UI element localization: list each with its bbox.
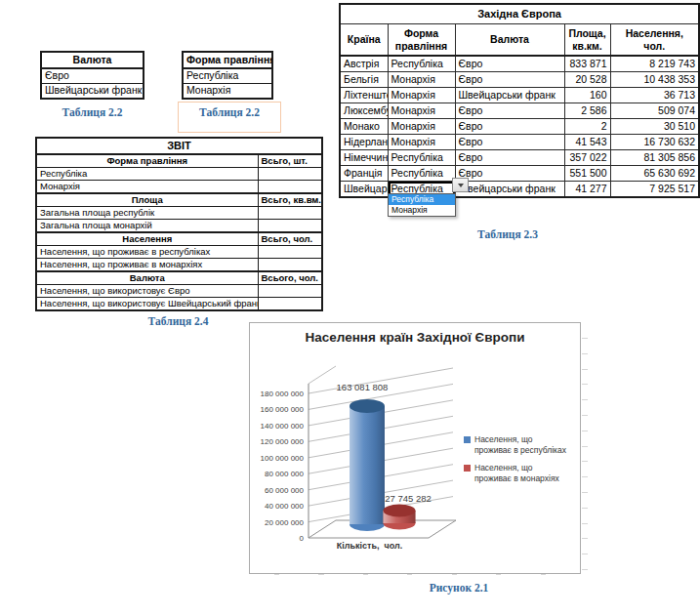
country-cell[interactable]: Австрія <box>340 56 388 72</box>
report-value-cell[interactable] <box>258 181 322 194</box>
country-cell[interactable]: Ліхтенштейн <box>340 88 388 103</box>
currency-table-header[interactable]: Валюта <box>41 52 144 68</box>
currency-cell[interactable]: Євро <box>455 166 564 182</box>
column-header-country[interactable]: Країна <box>340 24 388 57</box>
area-cell[interactable]: 2 586 <box>564 103 610 119</box>
government-cell[interactable]: Монархія <box>388 135 455 150</box>
y-tick-label: 140 000 000 <box>261 422 305 431</box>
government-cell[interactable]: Республіка <box>388 56 455 72</box>
report-title[interactable]: ЗВІТ <box>36 138 322 154</box>
gov-cell[interactable]: Республіка <box>183 68 272 84</box>
country-cell[interactable]: Франція <box>340 166 388 182</box>
dropdown-list: Республіка Монархія <box>388 193 456 217</box>
area-cell[interactable]: 41 543 <box>564 135 610 150</box>
area-cell[interactable]: 551 500 <box>564 166 610 182</box>
dropdown-option[interactable]: Республіка <box>389 194 455 205</box>
country-cell[interactable]: Нідерланди <box>340 135 388 150</box>
report-value-cell[interactable] <box>258 246 322 259</box>
currency-cell[interactable]: Євро <box>455 150 564 166</box>
area-cell[interactable]: 2 <box>564 119 610 135</box>
government-cell[interactable]: Республіка <box>388 150 455 166</box>
dropdown-button[interactable] <box>452 178 469 192</box>
gov-table-header[interactable]: Форма правління <box>183 52 272 68</box>
government-cell[interactable]: Монархія <box>388 103 455 119</box>
europe-table-title[interactable]: Західна Європа <box>340 4 699 24</box>
country-cell[interactable]: Швейцарія <box>340 182 388 198</box>
population-cell[interactable]: 7 925 517 <box>610 182 699 198</box>
population-cell[interactable]: 10 438 353 <box>610 72 699 88</box>
country-cell[interactable]: Монако <box>340 119 388 135</box>
country-cell[interactable]: Бельгія <box>340 72 388 88</box>
table-row: НідерландиМонархіяЄвро41 54316 730 632 <box>340 135 699 150</box>
currency-cell[interactable]: Швейцарськи франк <box>455 182 564 198</box>
report-section-header[interactable]: Форма правління <box>36 154 258 168</box>
government-cell[interactable]: Монархія <box>388 119 455 135</box>
table-row: ПлощаВсьго, кв.вм. <box>36 193 322 207</box>
table-row: НаселенняВсьго, чол. <box>36 232 322 246</box>
area-cell[interactable]: 833 871 <box>564 56 610 72</box>
gov-cell[interactable]: Монархія <box>183 84 272 100</box>
report-value-cell[interactable] <box>258 220 322 233</box>
report-cell[interactable]: Загальна площа монархій <box>36 220 258 233</box>
report-cell[interactable]: Населення, що проживає в республіках <box>36 246 258 259</box>
area-cell[interactable]: 41 277 <box>564 182 610 198</box>
report-cell[interactable]: Населення, що використовує Швейцарський … <box>36 298 258 311</box>
government-cell[interactable]: Монархія <box>388 72 455 88</box>
area-cell[interactable]: 357 022 <box>564 150 610 166</box>
column-header-currency[interactable]: Валюта <box>455 24 564 57</box>
column-header-population[interactable]: Населення, чол. <box>610 24 699 57</box>
column-header-area[interactable]: Площа, кв.км. <box>564 24 610 57</box>
report-cell[interactable]: Загальна площа республік <box>36 207 258 220</box>
report-total-label[interactable]: Всьго, шт. <box>258 154 322 168</box>
report-total-label[interactable]: Всьго, кв.вм. <box>258 193 322 207</box>
currency-cell[interactable]: Євро <box>455 56 564 72</box>
currency-cell[interactable]: Швейцарськи франк <box>455 88 564 103</box>
report-value-cell[interactable] <box>258 259 322 272</box>
population-cell[interactable]: 81 305 856 <box>610 150 699 166</box>
report-section-header[interactable]: Площа <box>36 193 258 207</box>
government-source-table: Форма правління Республіка Монархія <box>182 51 273 100</box>
currency-cell[interactable]: Швейцарськи франк <box>41 84 144 100</box>
table-row: Населення, що проживає в монархіях <box>36 259 322 272</box>
government-cell[interactable]: Республіка <box>388 166 455 182</box>
population-chart[interactable]: Населення країн Західної Європи <box>249 322 581 574</box>
report-total-label[interactable]: Всього, чол. <box>258 271 322 285</box>
legend-item-monarchies[interactable]: Населення, що проживає в монархіях <box>464 463 577 485</box>
y-tick-label: 20 000 000 <box>265 518 305 527</box>
report-value-cell[interactable] <box>258 285 322 298</box>
dropdown-option[interactable]: Монархія <box>389 205 455 216</box>
population-cell[interactable]: 36 713 <box>610 88 699 103</box>
report-cell[interactable]: Республіка <box>36 168 258 181</box>
report-cell[interactable]: Населення, що використовує Євро <box>36 285 258 298</box>
government-cell[interactable]: Монархія <box>388 88 455 103</box>
currency-cell[interactable]: Євро <box>455 135 564 150</box>
country-cell[interactable]: Німеччина <box>340 150 388 166</box>
cylinder-bar-monarchies[interactable] <box>384 505 416 530</box>
population-cell[interactable]: 30 510 <box>610 119 699 135</box>
report-value-cell[interactable] <box>258 298 322 311</box>
report-section-header[interactable]: Населення <box>36 232 258 246</box>
report-total-label[interactable]: Всьго, чол. <box>258 232 322 246</box>
legend-item-republics[interactable]: Населення, що проживає в республіках <box>464 434 577 457</box>
population-cell[interactable]: 8 219 743 <box>610 56 699 72</box>
report-value-cell[interactable] <box>258 168 322 181</box>
report-value-cell[interactable] <box>258 207 322 220</box>
area-cell[interactable]: 160 <box>564 88 610 103</box>
area-cell[interactable]: 20 528 <box>564 72 610 88</box>
legend-swatch-blue-icon <box>464 436 471 443</box>
column-header-government[interactable]: Форма правління <box>388 24 455 57</box>
dropdown-arrow-icon <box>458 184 464 187</box>
population-cell[interactable]: 509 074 <box>610 103 699 119</box>
population-cell[interactable]: 65 630 692 <box>610 166 699 182</box>
country-cell[interactable]: Люксембург <box>340 103 388 119</box>
population-cell[interactable]: 16 730 632 <box>610 135 699 150</box>
report-section-header[interactable]: Валюта <box>36 271 258 285</box>
currency-cell[interactable]: Євро <box>41 68 144 84</box>
currency-cell[interactable]: Євро <box>455 72 564 88</box>
table-row: Республіка <box>36 168 322 181</box>
currency-cell[interactable]: Євро <box>455 119 564 135</box>
currency-cell[interactable]: Євро <box>455 103 564 119</box>
report-cell[interactable]: Монархія <box>36 181 258 194</box>
report-cell[interactable]: Населення, що проживає в монархіях <box>36 259 258 272</box>
cylinder-bar-republics[interactable] <box>350 399 385 531</box>
